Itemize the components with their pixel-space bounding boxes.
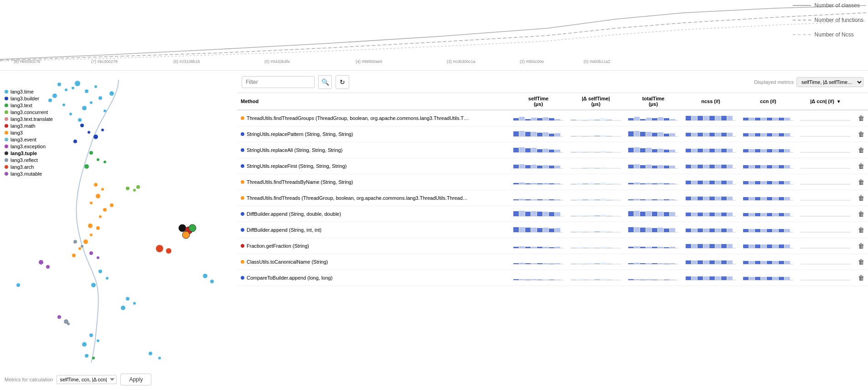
svg-rect-293 [652,199,657,200]
svg-rect-28 [686,116,691,120]
svg-rect-381 [525,228,531,232]
svg-rect-257 [767,181,772,184]
delta-selfTime-cell [567,110,625,126]
svg-rect-340 [606,216,612,216]
delete-icon[interactable]: 🗑 [858,210,864,218]
metrics-calc-select[interactable]: selfTime, ccn, |Δ ccn| selfTime ccn [57,375,117,384]
refresh-button[interactable]: ↻ [336,75,349,89]
svg-rect-571 [703,276,709,280]
svg-rect-21 [640,119,646,120]
svg-rect-368 [785,213,790,216]
scatter-dot [85,89,88,93]
svg-rect-487 [513,263,519,264]
ccn-cell [739,110,797,126]
svg-rect-523 [743,261,749,264]
col-self-time: selfTime(μs) [510,93,567,110]
svg-rect-226 [571,184,576,184]
delete-cell[interactable]: 🗑 [854,222,868,238]
svg-rect-488 [519,263,525,264]
method-name: ThreadUtils.findThreads (ThreadGroup, bo… [247,195,468,201]
ccn-cell [739,206,797,222]
svg-rect-197 [727,165,733,168]
delete-icon[interactable]: 🗑 [858,178,864,186]
svg-rect-247 [703,181,709,184]
svg-rect-555 [600,279,606,280]
delete-cell[interactable]: 🗑 [854,142,868,158]
scatter-dot [94,183,98,187]
svg-rect-164 [519,164,525,168]
delta-ccn-cell [797,110,854,126]
svg-rect-448 [606,248,612,248]
svg-rect-2 [519,117,525,120]
svg-rect-230 [594,183,600,184]
displayed-metrics-select[interactable]: selfTime, |Δ selfTime… selfTime totalTim… [796,77,863,87]
method-dot [241,148,244,152]
delete-cell[interactable]: 🗑 [854,254,868,270]
svg-rect-347 [652,212,657,216]
delete-cell[interactable]: 🗑 [854,126,868,142]
svg-rect-403 [664,229,669,232]
svg-rect-68 [594,135,600,136]
svg-rect-255 [755,181,760,184]
svg-rect-244 [686,181,691,184]
delete-icon[interactable]: 🗑 [858,162,864,170]
search-button[interactable]: 🔍 [318,75,332,89]
delete-cell[interactable]: 🗑 [854,174,868,190]
svg-rect-177 [600,167,606,168]
svg-rect-37 [743,118,749,120]
delete-icon[interactable]: 🗑 [858,146,864,154]
delete-cell[interactable]: 🗑 [854,206,868,222]
delete-cell[interactable]: 🗑 [854,270,868,286]
method-name: StringUtils.replaceFirst (String, String… [247,163,346,169]
delete-icon[interactable]: 🗑 [858,114,864,122]
scatter-dot [57,83,61,86]
delete-icon[interactable]: 🗑 [858,258,864,265]
scatter-dot [48,99,52,102]
svg-rect-238 [646,183,651,184]
svg-rect-469 [743,244,749,248]
svg-rect-25 [664,118,669,120]
svg-rect-457 [664,247,669,248]
svg-rect-516 [698,260,703,264]
scatter-dot [52,94,57,98]
delete-cell[interactable]: 🗑 [854,110,868,126]
svg-rect-140 [709,149,715,152]
svg-rect-498 [583,264,588,264]
delta-ccn-cell [797,254,854,270]
svg-rect-79 [664,134,669,136]
apply-button[interactable]: Apply [120,374,151,385]
delete-icon[interactable]: 🗑 [858,242,864,250]
method-cell: DiffBuilder.append (String, double, doub… [237,206,510,222]
scatter-dot [57,315,61,319]
delete-icon[interactable]: 🗑 [858,130,864,138]
delete-cell[interactable]: 🗑 [854,238,868,254]
method-dot [241,164,244,168]
svg-rect-294 [658,199,663,200]
svg-rect-250 [721,181,727,184]
delete-icon[interactable]: 🗑 [858,226,864,234]
svg-rect-98 [785,133,790,136]
svg-rect-3 [525,119,531,120]
svg-rect-205 [779,165,784,168]
delete-cell[interactable]: 🗑 [854,190,868,206]
delete-icon[interactable]: 🗑 [858,274,864,281]
svg-rect-451 [628,247,634,248]
delta-ccn-cell [797,174,854,190]
svg-rect-330 [543,212,548,216]
filter-input[interactable] [242,76,315,88]
svg-rect-332 [555,212,560,216]
delta-ccn-cell [797,270,854,286]
svg-rect-170 [555,166,560,168]
svg-rect-490 [531,263,537,264]
delete-cell[interactable]: 🗑 [854,158,868,174]
svg-rect-236 [634,182,640,184]
svg-rect-95 [767,133,772,136]
svg-rect-138 [698,149,703,152]
delete-icon[interactable]: 🗑 [858,194,864,202]
col-delta-ccn[interactable]: |Δ ccn| (#) ▼ [797,93,854,110]
legend-ncss-line [793,34,811,35]
svg-rect-475 [779,244,784,248]
svg-rect-217 [513,183,519,184]
svg-rect-344 [634,211,640,216]
scatter-dot [110,203,114,207]
